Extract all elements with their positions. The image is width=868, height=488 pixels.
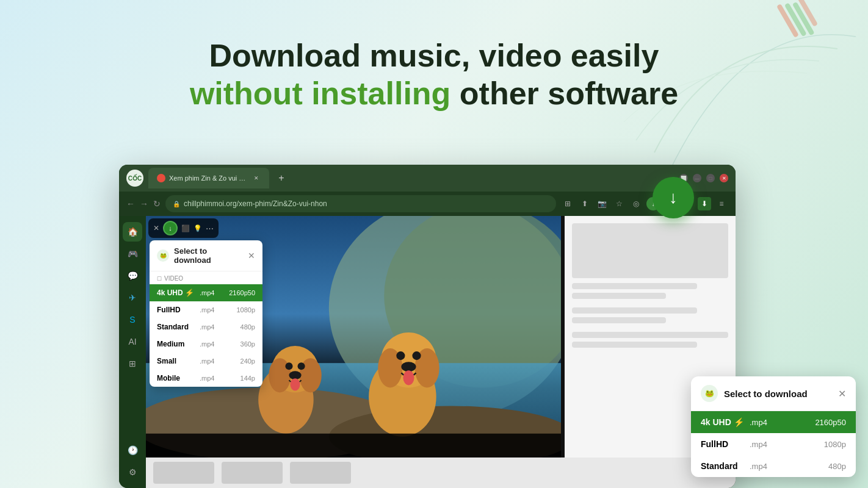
content-line-4 bbox=[572, 317, 666, 323]
browser-tab-active[interactable]: Xem phim Zin & Zo vui nhơ... ✕ bbox=[148, 168, 269, 188]
large-popup-title: Select to download bbox=[724, 389, 832, 399]
svg-point-15 bbox=[298, 362, 305, 370]
res-label-4k: 2160p50 bbox=[229, 289, 255, 296]
popup-row-standard[interactable]: Standard .mp4 480p bbox=[150, 318, 262, 336]
popup-row-small[interactable]: Small .mp4 240p bbox=[150, 353, 262, 370]
toolbar-download-button[interactable]: ↓ bbox=[163, 221, 178, 235]
download-manager-icon[interactable]: ⬇ bbox=[698, 197, 711, 210]
popup-header: 🐸 Select to download ✕ bbox=[150, 240, 262, 271]
browser-mockup: CỐC Xem phim Zin & Zo vui nhơ... ✕ + ⬜ —… bbox=[119, 165, 736, 488]
sidebar-settings-icon[interactable]: ⚙ bbox=[123, 462, 142, 482]
window-control-maximize[interactable]: □ bbox=[706, 174, 715, 182]
header-line2: without installing other software bbox=[0, 74, 868, 112]
ldp-format-fullhd: .mp4 bbox=[750, 440, 780, 449]
svg-point-17 bbox=[290, 378, 300, 390]
sidebar-bottom-icons: 🕐 ⚙ bbox=[123, 440, 142, 482]
large-popup-row-4k[interactable]: 4k UHD ⚡ .mp4 2160p50 bbox=[691, 411, 856, 433]
toolbar-clip-icon[interactable]: ⬛ bbox=[181, 224, 190, 232]
format-label-standard: .mp4 bbox=[200, 323, 221, 331]
popup-row-4k[interactable]: 4k UHD ⚡ .mp4 2160p50 bbox=[150, 284, 262, 301]
quality-label-4k: 4k UHD ⚡ bbox=[157, 289, 200, 297]
toolbar-icons: ⊞ ⬆ 📷 ☆ ◎ ↓ 🔖 👤 ⬇ ≡ bbox=[561, 197, 728, 210]
popup-title: Select to download bbox=[174, 246, 243, 265]
large-download-popup: 🐸 Select to download ✕ 4k UHD ⚡ .mp4 216… bbox=[691, 376, 856, 477]
ldp-quality-4k: 4k UHD ⚡ bbox=[701, 417, 750, 427]
camera-icon[interactable]: 📷 bbox=[595, 197, 609, 210]
floating-download-button[interactable]: ↓ bbox=[653, 177, 694, 218]
vpn-icon[interactable]: ◎ bbox=[629, 197, 643, 210]
large-popup-row-standard[interactable]: Standard .mp4 480p bbox=[691, 455, 856, 477]
content-line-3 bbox=[572, 307, 697, 314]
toolbar-bulb-icon[interactable]: 💡 bbox=[193, 224, 202, 232]
sidebar-skype-icon[interactable]: S bbox=[123, 310, 142, 329]
svg-point-24 bbox=[401, 362, 416, 371]
sidebar-history-icon[interactable]: 🕐 bbox=[123, 440, 142, 460]
floating-download-arrow-icon: ↓ bbox=[669, 188, 678, 207]
nav-forward-button[interactable]: → bbox=[140, 199, 148, 209]
tab-favicon bbox=[157, 174, 165, 182]
toolbar-more-icon[interactable]: ⋯ bbox=[206, 224, 214, 233]
popup-row-medium[interactable]: Medium .mp4 360p bbox=[150, 336, 262, 353]
quality-label-mobile: Mobile bbox=[157, 374, 200, 382]
window-controls: ⬜ — □ ✕ bbox=[679, 174, 728, 182]
large-popup-close-button[interactable]: ✕ bbox=[838, 388, 846, 400]
svg-point-23 bbox=[412, 351, 421, 360]
share-icon[interactable]: ⬆ bbox=[578, 197, 591, 210]
bottom-thumb-3[interactable] bbox=[290, 462, 351, 484]
sidebar-home-icon[interactable]: 🏠 bbox=[123, 222, 142, 242]
sidebar-ai-icon[interactable]: AI bbox=[123, 332, 142, 351]
tab-close-button[interactable]: ✕ bbox=[252, 174, 261, 182]
recommended-thumbnail bbox=[572, 223, 728, 278]
bottom-thumbnails bbox=[146, 458, 736, 488]
ldp-res-fullhd: 1080p bbox=[824, 440, 846, 449]
toolbar-close-button[interactable]: ✕ bbox=[153, 224, 159, 232]
header-rest-text: other software bbox=[450, 76, 678, 111]
bottom-thumb-2[interactable] bbox=[222, 462, 283, 484]
window-control-close[interactable]: ✕ bbox=[720, 174, 728, 182]
format-label-fullhd: .mp4 bbox=[200, 306, 221, 314]
browser-tab-bar: CỐC Xem phim Zin & Zo vui nhơ... ✕ + ⬜ —… bbox=[119, 165, 736, 192]
browser-sidebar: 🏠 🎮 💬 ✈ S AI ⊞ 🕐 ⚙ bbox=[119, 216, 146, 488]
bottom-thumb-1[interactable] bbox=[153, 462, 214, 484]
content-line-1 bbox=[572, 283, 697, 289]
ldp-quality-standard: Standard bbox=[701, 461, 750, 471]
svg-point-14 bbox=[285, 362, 292, 370]
content-line-5 bbox=[572, 332, 728, 338]
sidebar-games-icon[interactable]: 🎮 bbox=[123, 244, 142, 264]
address-input[interactable]: 🔒 chillphimmoi.org/xem-phim/Zin&Zo-vui-n… bbox=[165, 195, 556, 212]
content-line-2 bbox=[572, 293, 666, 299]
star-icon[interactable]: ☆ bbox=[612, 197, 626, 210]
new-tab-button[interactable]: + bbox=[274, 171, 289, 185]
header-line1: Download music, video easily bbox=[0, 37, 868, 74]
popup-row-mobile[interactable]: Mobile .mp4 144p bbox=[150, 370, 262, 387]
address-text: chillphimmoi.org/xem-phim/Zin&Zo-vui-nho… bbox=[184, 199, 327, 208]
sidebar-telegram-icon[interactable]: ✈ bbox=[123, 288, 142, 307]
format-label-mobile: .mp4 bbox=[200, 375, 221, 382]
window-control-minimize[interactable]: — bbox=[693, 174, 701, 182]
large-popup-logo: 🐸 bbox=[701, 385, 718, 402]
lock-icon: 🔒 bbox=[173, 201, 180, 207]
address-bar: ← → ↻ 🔒 chillphimmoi.org/xem-phim/Zin&Zo… bbox=[119, 192, 736, 216]
ldp-quality-fullhd: FullHD bbox=[701, 439, 750, 449]
svg-point-22 bbox=[396, 351, 405, 360]
ldp-format-standard: .mp4 bbox=[750, 462, 780, 471]
format-label-4k: .mp4 bbox=[200, 289, 221, 296]
popup-close-button[interactable]: ✕ bbox=[248, 251, 255, 260]
sidebar-messenger-icon[interactable]: 💬 bbox=[123, 266, 142, 285]
extensions-icon[interactable]: ⊞ bbox=[561, 197, 574, 210]
large-popup-row-fullhd[interactable]: FullHD .mp4 1080p bbox=[691, 433, 856, 455]
res-label-small: 240p bbox=[241, 357, 255, 365]
quality-label-small: Small bbox=[157, 357, 200, 365]
sidebar-apps-icon[interactable]: ⊞ bbox=[123, 354, 142, 373]
res-label-medium: 360p bbox=[241, 340, 255, 348]
nav-back-button[interactable]: ← bbox=[126, 199, 135, 209]
content-line-6 bbox=[572, 342, 697, 348]
nav-refresh-button[interactable]: ↻ bbox=[153, 199, 161, 209]
popup-row-fullhd[interactable]: FullHD .mp4 1080p bbox=[150, 301, 262, 318]
svg-point-16 bbox=[289, 371, 301, 379]
browser-content: ✕ ↓ ⬛ 💡 ⋯ 🐸 Select to download ✕ ☐ VI bbox=[146, 216, 736, 488]
browser-logo: CỐC bbox=[126, 170, 143, 187]
menu-icon[interactable]: ≡ bbox=[715, 197, 728, 210]
res-label-standard: 480p bbox=[241, 323, 255, 331]
video-player: ✕ ↓ ⬛ 💡 ⋯ 🐸 Select to download ✕ ☐ VI bbox=[146, 216, 561, 488]
